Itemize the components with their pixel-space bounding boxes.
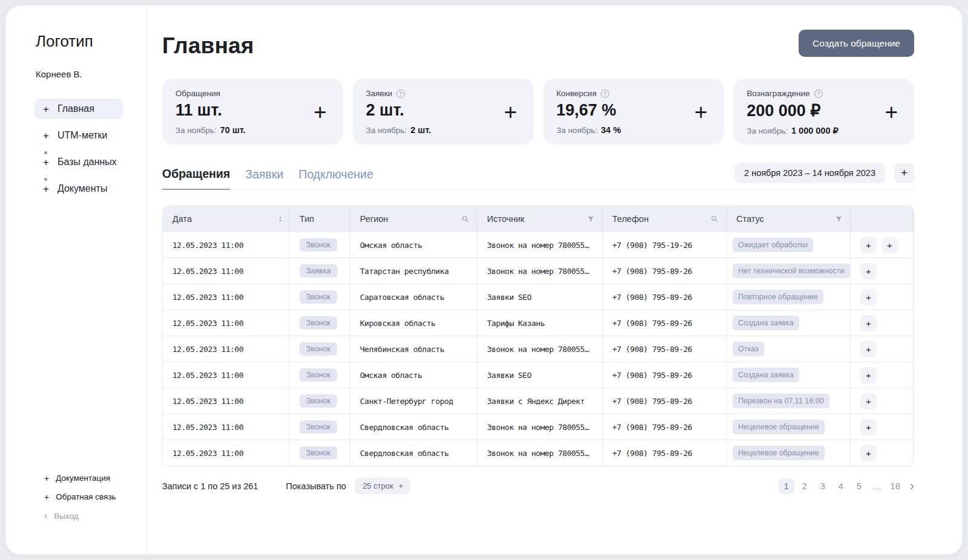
date-text: 12.05.2023 11:00 bbox=[172, 319, 243, 328]
add-filter-button[interactable]: + bbox=[894, 163, 914, 183]
status-badge: Создана заявка bbox=[733, 316, 799, 330]
rows-per-page-select[interactable]: 25 строк + bbox=[355, 478, 410, 494]
stat-label-row: Вознаграждение ? bbox=[747, 89, 901, 98]
search-icon[interactable] bbox=[711, 215, 718, 223]
sidebar-item[interactable]: + Базы данных bbox=[34, 152, 125, 172]
row-add-button[interactable]: + bbox=[860, 315, 877, 331]
sidebar-item[interactable]: + Документы bbox=[34, 178, 116, 199]
row-add-button[interactable]: + bbox=[860, 393, 877, 409]
page-button: … bbox=[869, 478, 885, 494]
region-text: Омская область bbox=[360, 371, 422, 380]
source-text: Звонок на номер 780055… bbox=[487, 423, 589, 432]
sidebar-footer-item[interactable]: + Документация bbox=[44, 474, 116, 483]
cell-actions: + bbox=[851, 284, 914, 310]
row-add-button[interactable]: + bbox=[860, 445, 877, 461]
row-add-button[interactable]: + bbox=[860, 419, 877, 435]
tab[interactable]: Заявки bbox=[245, 168, 283, 189]
row-add-button[interactable]: + bbox=[860, 367, 877, 383]
column-header[interactable]: Тип bbox=[290, 206, 350, 232]
stat-label: Обращения bbox=[175, 89, 220, 98]
page-button[interactable]: 2 bbox=[797, 478, 813, 494]
source-text: Звонок на номер 780055… bbox=[487, 345, 589, 354]
row-add-button[interactable]: + bbox=[860, 289, 877, 305]
logo: Логотип bbox=[36, 32, 146, 51]
stats-row: Обращения 11 шт. За ноябрь: 70 шт. + Зая… bbox=[162, 79, 914, 145]
page-button[interactable]: 1 bbox=[779, 478, 794, 494]
stat-period-value: 2 шт. bbox=[410, 125, 431, 135]
stat-card: Вознаграждение ? 200 000 ₽ За ноябрь: 1 … bbox=[733, 79, 914, 145]
source-text: Заявки SEO bbox=[487, 371, 531, 380]
cell-type: Звонок bbox=[290, 388, 350, 414]
sort-icon[interactable]: ▴ ▾ bbox=[279, 216, 281, 222]
stat-label: Конверсия bbox=[557, 89, 597, 98]
date-range-picker[interactable]: 2 ноября 2023 – 14 ноября 2023 bbox=[734, 163, 885, 183]
date-text: 12.05.2023 11:00 bbox=[172, 267, 243, 276]
column-header-label: Телефон bbox=[612, 214, 649, 224]
cell-date: 12.05.2023 11:00 bbox=[163, 232, 290, 258]
stat-add-icon[interactable]: + bbox=[504, 100, 517, 123]
stat-add-icon[interactable]: + bbox=[885, 100, 898, 123]
help-icon[interactable]: ? bbox=[814, 90, 823, 98]
cell-date: 12.05.2023 11:00 bbox=[163, 284, 290, 310]
row-add-button[interactable]: + bbox=[881, 237, 898, 253]
status-badge: Нецелевое обращение bbox=[733, 446, 825, 460]
filter-icon[interactable] bbox=[836, 216, 842, 223]
sidebar-footer-item[interactable]: + Обратная связь bbox=[44, 492, 116, 501]
column-header[interactable]: Дата ▴ ▾ bbox=[163, 206, 290, 232]
sidebar-item[interactable]: + UTM-метки bbox=[34, 125, 116, 146]
next-page-button[interactable]: › bbox=[910, 480, 914, 493]
type-badge: Звонок bbox=[299, 394, 337, 408]
help-icon[interactable]: ? bbox=[396, 90, 405, 98]
cell-date: 12.05.2023 11:00 bbox=[163, 388, 290, 414]
cell-type: Звонок bbox=[290, 232, 350, 258]
cell-type: Звонок bbox=[290, 336, 350, 362]
region-text: Челябинская область bbox=[360, 345, 444, 354]
row-add-button[interactable]: + bbox=[860, 237, 877, 253]
sidebar-item[interactable]: + Главная bbox=[34, 99, 123, 119]
plus-icon: + bbox=[44, 493, 49, 501]
row-add-button[interactable]: + bbox=[860, 341, 877, 357]
create-request-button[interactable]: Создать обращение bbox=[799, 30, 914, 57]
cell-status: Создана заявка bbox=[727, 310, 851, 336]
type-badge: Звонок bbox=[299, 446, 337, 460]
tab[interactable]: Обращения bbox=[162, 167, 230, 190]
page-button[interactable]: 18 bbox=[888, 478, 903, 494]
date-text: 12.05.2023 11:00 bbox=[172, 423, 243, 432]
search-icon[interactable] bbox=[462, 215, 469, 223]
plus-icon: + bbox=[43, 157, 49, 168]
sidebar-item-label: UTM-метки bbox=[57, 130, 108, 141]
stat-label-row: Заявки ? bbox=[366, 89, 520, 98]
stat-label: Заявки bbox=[366, 89, 393, 98]
column-header[interactable]: Телефон bbox=[603, 206, 727, 232]
column-header[interactable] bbox=[851, 206, 914, 232]
region-text: Омская область bbox=[360, 241, 422, 250]
records-info: Записи с 1 по 25 из 261 bbox=[162, 481, 258, 491]
sort-down-icon: ▾ bbox=[279, 220, 281, 222]
table-row: 12.05.2023 11:00 Звонок Свердловская обл… bbox=[163, 414, 914, 440]
column-header[interactable]: Источник bbox=[477, 206, 603, 232]
tab[interactable]: Подключение bbox=[298, 168, 373, 189]
table-row: 12.05.2023 11:00 Заявка Татарстан респуб… bbox=[163, 258, 914, 284]
stat-period: За ноябрь: 1 000 000 ₽ bbox=[747, 126, 901, 135]
cell-date: 12.05.2023 11:00 bbox=[163, 258, 290, 284]
page-button[interactable]: 3 bbox=[815, 478, 831, 494]
cell-phone: +7 (908) 795-89-26 bbox=[603, 284, 727, 310]
stat-add-icon[interactable]: + bbox=[695, 100, 708, 123]
column-header-label: Дата bbox=[172, 214, 192, 224]
logout-button[interactable]: ‹ Выход bbox=[44, 511, 116, 521]
source-text: Звонок на номер 780055… bbox=[487, 241, 589, 250]
stat-card: Конверсия ? 19,67 % За ноябрь: 34 % + bbox=[543, 79, 724, 145]
page-button[interactable]: 5 bbox=[851, 478, 867, 494]
filter-icon[interactable] bbox=[587, 216, 594, 223]
cell-region: Кировская область bbox=[350, 310, 477, 336]
cell-phone: +7 (908) 795-89-26 bbox=[603, 310, 727, 336]
cell-date: 12.05.2023 11:00 bbox=[163, 440, 290, 466]
page-button[interactable]: 4 bbox=[833, 478, 849, 494]
column-header[interactable]: Статус bbox=[727, 206, 851, 232]
cell-phone: +7 (908) 795-89-26 bbox=[603, 258, 727, 284]
stat-add-icon[interactable]: + bbox=[313, 100, 327, 123]
table-row: 12.05.2023 11:00 Звонок Омская область З… bbox=[163, 362, 914, 388]
column-header[interactable]: Регион bbox=[350, 206, 477, 232]
row-add-button[interactable]: + bbox=[860, 263, 877, 279]
help-icon[interactable]: ? bbox=[601, 90, 609, 98]
